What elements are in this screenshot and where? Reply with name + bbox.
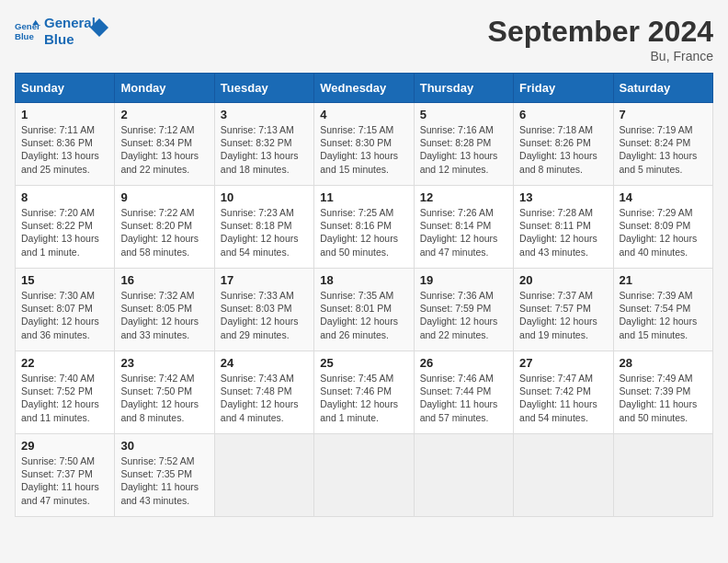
header-thursday: Thursday: [414, 74, 513, 103]
day-number: 17: [221, 273, 308, 287]
day-info: Sunrise: 7:16 AMSunset: 8:28 PMDaylight:…: [420, 123, 507, 176]
table-row: 30Sunrise: 7:52 AMSunset: 7:35 PMDayligh…: [115, 434, 214, 517]
day-number: 18: [320, 273, 407, 287]
day-number: 30: [120, 439, 208, 453]
table-row: 28Sunrise: 7:49 AMSunset: 7:39 PMDayligh…: [613, 351, 712, 434]
location: Bu, France: [488, 49, 713, 63]
table-row: 10Sunrise: 7:23 AMSunset: 8:18 PMDayligh…: [214, 186, 313, 269]
table-row: 6Sunrise: 7:18 AMSunset: 8:26 PMDaylight…: [514, 103, 613, 186]
day-number: 27: [519, 356, 607, 370]
table-row: 13Sunrise: 7:28 AMSunset: 8:11 PMDayligh…: [514, 186, 613, 269]
table-row: 26Sunrise: 7:46 AMSunset: 7:44 PMDayligh…: [414, 351, 513, 434]
day-info: Sunrise: 7:23 AMSunset: 8:18 PMDaylight:…: [221, 206, 308, 259]
day-info: Sunrise: 7:25 AMSunset: 8:16 PMDaylight:…: [320, 206, 407, 259]
day-number: 5: [420, 108, 507, 121]
table-row: 17Sunrise: 7:33 AMSunset: 8:03 PMDayligh…: [214, 269, 313, 351]
table-row: [414, 434, 513, 517]
table-row: 2Sunrise: 7:12 AMSunset: 8:34 PMDaylight…: [115, 103, 214, 186]
header-monday: Monday: [115, 74, 214, 103]
day-number: 6: [519, 108, 607, 121]
day-number: 15: [21, 273, 108, 287]
table-row: 20Sunrise: 7:37 AMSunset: 7:57 PMDayligh…: [514, 269, 613, 351]
day-info: Sunrise: 7:26 AMSunset: 8:14 PMDaylight:…: [420, 206, 507, 259]
day-info: Sunrise: 7:39 AMSunset: 7:54 PMDaylight:…: [620, 289, 707, 341]
calendar-week-5: 29Sunrise: 7:50 AMSunset: 7:37 PMDayligh…: [16, 434, 713, 517]
day-number: 19: [420, 273, 507, 287]
svg-marker-3: [90, 18, 108, 37]
day-number: 7: [620, 108, 707, 121]
day-info: Sunrise: 7:43 AMSunset: 7:48 PMDaylight:…: [221, 372, 308, 424]
header-sunday: Sunday: [16, 74, 115, 103]
day-info: Sunrise: 7:30 AMSunset: 8:07 PMDaylight:…: [21, 289, 108, 341]
calendar-table: SundayMondayTuesdayWednesdayThursdayFrid…: [15, 73, 713, 517]
calendar-week-1: 1Sunrise: 7:11 AMSunset: 8:36 PMDaylight…: [16, 103, 713, 186]
day-number: 4: [320, 108, 407, 121]
day-number: 11: [320, 190, 407, 204]
day-info: Sunrise: 7:36 AMSunset: 7:59 PMDaylight:…: [420, 289, 507, 341]
table-row: 15Sunrise: 7:30 AMSunset: 8:07 PMDayligh…: [16, 269, 115, 351]
day-info: Sunrise: 7:47 AMSunset: 7:42 PMDaylight:…: [519, 372, 607, 424]
day-info: Sunrise: 7:22 AMSunset: 8:20 PMDaylight:…: [120, 206, 208, 259]
day-number: 29: [21, 439, 108, 453]
day-info: Sunrise: 7:37 AMSunset: 7:57 PMDaylight:…: [519, 289, 607, 341]
day-info: Sunrise: 7:52 AMSunset: 7:35 PMDaylight:…: [120, 454, 208, 507]
table-row: 4Sunrise: 7:15 AMSunset: 8:30 PMDaylight…: [314, 103, 414, 186]
table-row: [214, 434, 313, 517]
table-row: 25Sunrise: 7:45 AMSunset: 7:46 PMDayligh…: [314, 351, 414, 434]
day-info: Sunrise: 7:19 AMSunset: 8:24 PMDaylight:…: [620, 123, 707, 176]
table-row: 7Sunrise: 7:19 AMSunset: 8:24 PMDaylight…: [613, 103, 712, 186]
table-row: 16Sunrise: 7:32 AMSunset: 8:05 PMDayligh…: [115, 269, 214, 351]
table-row: 27Sunrise: 7:47 AMSunset: 7:42 PMDayligh…: [514, 351, 613, 434]
day-number: 13: [519, 190, 607, 204]
logo-subtext: Blue: [44, 31, 96, 48]
table-row: 9Sunrise: 7:22 AMSunset: 8:20 PMDaylight…: [115, 186, 214, 269]
table-row: 18Sunrise: 7:35 AMSunset: 8:01 PMDayligh…: [314, 269, 414, 351]
day-number: 8: [21, 190, 108, 204]
day-number: 26: [420, 356, 507, 370]
month-title: September 2024: [488, 15, 713, 49]
day-number: 21: [620, 273, 707, 287]
table-row: 23Sunrise: 7:42 AMSunset: 7:50 PMDayligh…: [115, 351, 214, 434]
table-row: 5Sunrise: 7:16 AMSunset: 8:28 PMDaylight…: [414, 103, 513, 186]
table-row: 29Sunrise: 7:50 AMSunset: 7:37 PMDayligh…: [16, 434, 115, 517]
table-row: 24Sunrise: 7:43 AMSunset: 7:48 PMDayligh…: [214, 351, 313, 434]
day-number: 9: [120, 190, 208, 204]
day-number: 3: [221, 108, 308, 121]
table-row: 11Sunrise: 7:25 AMSunset: 8:16 PMDayligh…: [314, 186, 414, 269]
table-row: 22Sunrise: 7:40 AMSunset: 7:52 PMDayligh…: [16, 351, 115, 434]
page-header: General Blue General Blue September 2024…: [15, 15, 713, 63]
header-wednesday: Wednesday: [314, 74, 414, 103]
logo: General Blue General Blue: [15, 15, 108, 48]
calendar-week-4: 22Sunrise: 7:40 AMSunset: 7:52 PMDayligh…: [16, 351, 713, 434]
logo-text: General: [44, 15, 96, 31]
day-number: 10: [221, 190, 308, 204]
day-number: 1: [21, 108, 108, 121]
logo-icon: General Blue: [15, 18, 40, 44]
header-friday: Friday: [514, 74, 613, 103]
day-info: Sunrise: 7:45 AMSunset: 7:46 PMDaylight:…: [320, 372, 407, 424]
table-row: 14Sunrise: 7:29 AMSunset: 8:09 PMDayligh…: [613, 186, 712, 269]
calendar-week-3: 15Sunrise: 7:30 AMSunset: 8:07 PMDayligh…: [16, 269, 713, 351]
day-info: Sunrise: 7:18 AMSunset: 8:26 PMDaylight:…: [519, 123, 607, 176]
day-number: 14: [620, 190, 707, 204]
table-row: 1Sunrise: 7:11 AMSunset: 8:36 PMDaylight…: [16, 103, 115, 186]
day-info: Sunrise: 7:35 AMSunset: 8:01 PMDaylight:…: [320, 289, 407, 341]
day-info: Sunrise: 7:42 AMSunset: 7:50 PMDaylight:…: [120, 372, 208, 424]
table-row: 3Sunrise: 7:13 AMSunset: 8:32 PMDaylight…: [214, 103, 313, 186]
logo-chevron-icon: [90, 18, 108, 37]
day-number: 28: [620, 356, 707, 370]
day-info: Sunrise: 7:33 AMSunset: 8:03 PMDaylight:…: [221, 289, 308, 341]
day-info: Sunrise: 7:15 AMSunset: 8:30 PMDaylight:…: [320, 123, 407, 176]
header-row: SundayMondayTuesdayWednesdayThursdayFrid…: [16, 74, 713, 103]
day-number: 22: [21, 356, 108, 370]
day-info: Sunrise: 7:32 AMSunset: 8:05 PMDaylight:…: [120, 289, 208, 341]
day-info: Sunrise: 7:20 AMSunset: 8:22 PMDaylight:…: [21, 206, 108, 259]
table-row: [314, 434, 414, 517]
calendar-week-2: 8Sunrise: 7:20 AMSunset: 8:22 PMDaylight…: [16, 186, 713, 269]
day-number: 2: [120, 108, 208, 121]
table-row: 12Sunrise: 7:26 AMSunset: 8:14 PMDayligh…: [414, 186, 513, 269]
day-info: Sunrise: 7:49 AMSunset: 7:39 PMDaylight:…: [620, 372, 707, 424]
header-tuesday: Tuesday: [214, 74, 313, 103]
day-number: 24: [221, 356, 308, 370]
day-info: Sunrise: 7:12 AMSunset: 8:34 PMDaylight:…: [120, 123, 208, 176]
